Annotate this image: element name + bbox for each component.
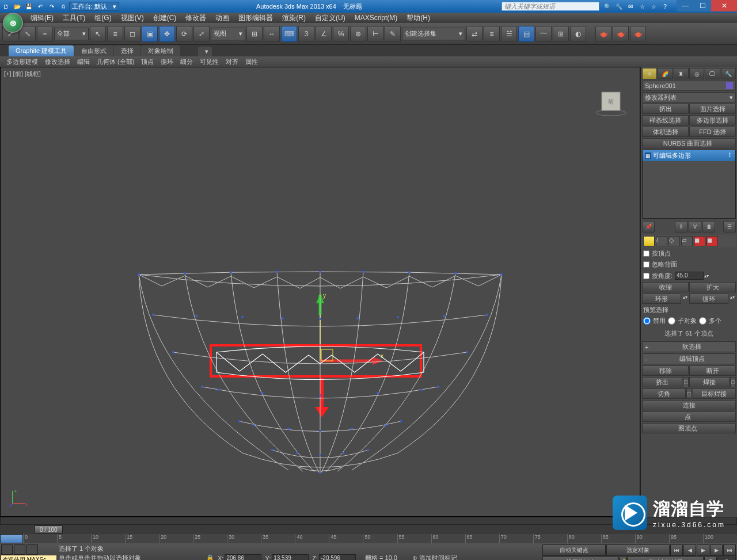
menu-create[interactable]: 创建(C)	[149, 13, 181, 23]
workspace-dropdown[interactable]: 工作台: 默认 ▾	[69, 2, 119, 11]
time-config-icon[interactable]: 🕑	[704, 557, 717, 560]
coord-x-input[interactable]	[225, 554, 261, 561]
btn-loop[interactable]: 循环	[689, 294, 728, 304]
coord-z-input[interactable]	[319, 554, 356, 561]
undo-icon[interactable]: ↶	[35, 1, 45, 12]
add-time-tag[interactable]: ⊕ 添加时间标记	[412, 554, 457, 560]
render-frame-icon[interactable]: 🫖	[613, 26, 629, 42]
menu-rendering[interactable]: 渲染(R)	[278, 13, 310, 23]
utilities-tab-icon[interactable]: 🔧	[721, 68, 736, 79]
exchange-icon[interactable]: ✉	[625, 1, 636, 12]
btn-ring[interactable]: 环形	[642, 294, 681, 304]
ribbon-tab-freeform[interactable]: 自由形式	[74, 45, 113, 56]
time-slider-thumb[interactable]: 0 / 100	[35, 525, 63, 534]
schematic-view-icon[interactable]: ⊞	[553, 26, 569, 42]
by-angle-checkbox[interactable]	[643, 273, 649, 279]
edit-named-sel-icon[interactable]: ✎	[385, 26, 401, 42]
preview-off-radio[interactable]	[643, 317, 651, 325]
coord-y-input[interactable]	[272, 554, 309, 561]
menu-customize[interactable]: 自定义(U)	[310, 13, 350, 23]
modifier-stack[interactable]: ▦ 可编辑多边形 ⠇	[642, 150, 736, 219]
auto-key-button[interactable]: 自动关键点	[542, 544, 606, 556]
ribbon-tab-objectpaint[interactable]: 对象绘制	[141, 45, 180, 56]
ribbon-tab-modeling[interactable]: Graphite 建模工具	[9, 45, 74, 56]
btn-extra1[interactable]: 点	[642, 412, 736, 422]
chamfer-settings-icon[interactable]: □	[686, 388, 692, 399]
subobj-element2-icon[interactable]: ◼	[706, 236, 718, 246]
window-crossing-icon[interactable]: ▣	[142, 26, 158, 42]
bind-spacewarp-icon[interactable]: ≈	[37, 26, 53, 42]
ribbon-subdiv[interactable]: 细分	[177, 58, 196, 66]
ribbon-edit[interactable]: 编辑	[74, 58, 93, 66]
modify-tab-icon[interactable]: 🌈	[658, 68, 673, 79]
subobj-edge-icon[interactable]: /	[656, 236, 667, 246]
time-ruler-start[interactable]	[0, 534, 23, 543]
subobj-poly-icon[interactable]: ▱	[681, 236, 693, 246]
weld-settings-icon[interactable]: □	[730, 377, 736, 387]
pin-stack-icon[interactable]: 📌	[642, 221, 655, 233]
viewport-front[interactable]: [+] [前] [线框] 前 z x	[0, 67, 640, 517]
select-by-name-icon[interactable]: ≡	[107, 26, 123, 42]
ribbon-visibility[interactable]: 可见性	[196, 58, 222, 66]
unlink-icon[interactable]: ⤡	[20, 26, 36, 42]
by-vertex-checkbox[interactable]	[643, 250, 649, 257]
snap-3-icon[interactable]: 3	[298, 26, 314, 42]
btn-nurbs-sel[interactable]: NURBS 曲面选择	[642, 138, 736, 148]
time-ruler[interactable]: 0 5 10 15 20 25 30 35 40 45 50 55 60 65 …	[0, 534, 737, 543]
key-filters-button[interactable]: 关键点过滤器	[627, 557, 704, 560]
btn-extrude[interactable]: 挤出	[642, 104, 689, 114]
btn-grow[interactable]: 扩大	[689, 282, 736, 292]
make-unique-icon[interactable]: ∀	[689, 221, 701, 233]
menu-help[interactable]: 帮助(H)	[402, 13, 435, 23]
remove-mod-icon[interactable]: 🗑	[702, 221, 715, 233]
new-icon[interactable]: 🗋	[1, 1, 11, 12]
ribbon-properties[interactable]: 属性	[242, 58, 261, 66]
ribbon-geometry[interactable]: 几何体 (全部)	[93, 58, 138, 66]
material-editor-icon[interactable]: ◐	[570, 26, 586, 42]
angle-snap-icon[interactable]: ∠	[316, 26, 332, 42]
menu-edit[interactable]: 编辑(E)	[26, 13, 58, 23]
render-icon[interactable]: 🫖	[630, 26, 646, 42]
select-move-icon[interactable]: ✥	[159, 26, 175, 42]
goto-start-icon[interactable]: ⏮	[670, 544, 683, 556]
search-icon[interactable]: 🔍	[602, 1, 613, 12]
spinner-snap-icon[interactable]: ⊕	[350, 26, 366, 42]
stack-item-editable-poly[interactable]: ▦ 可编辑多边形 ⠇	[643, 150, 735, 161]
ignore-back-checkbox[interactable]	[643, 261, 649, 268]
minimize-button[interactable]: —	[677, 0, 694, 12]
render-setup-icon[interactable]: 🫖	[595, 26, 611, 42]
ribbon-modify-sel[interactable]: 修改选择	[41, 58, 74, 66]
subobj-vertex-icon[interactable]: ∴	[643, 236, 655, 246]
show-end-result-icon[interactable]: Ⅱ	[675, 221, 687, 233]
viewport-h-scrollbar[interactable]	[0, 517, 737, 525]
select-scale-icon[interactable]: ⤢	[193, 26, 210, 42]
btn-chamfer[interactable]: 切角	[642, 388, 686, 399]
menu-grapheditors[interactable]: 图形编辑器	[234, 13, 278, 23]
menu-modifiers[interactable]: 修改器	[181, 13, 211, 23]
btn-break[interactable]: 断开	[689, 365, 736, 376]
btn-shrink[interactable]: 收缩	[642, 282, 689, 292]
soft-selection-header[interactable]: +软选择	[642, 341, 736, 352]
maxscript-listener[interactable]: 欢迎使用 MAXSc	[1, 555, 56, 560]
btn-extra2[interactable]: 图顶点	[642, 423, 736, 433]
btn-poly-sel[interactable]: 多边形选择	[689, 115, 736, 125]
help-icon[interactable]: ?	[660, 1, 670, 12]
prev-frame-icon[interactable]: ◀	[683, 544, 696, 556]
goto-end-icon[interactable]: ⏭	[723, 544, 736, 556]
mirror-icon[interactable]: ⇄	[466, 26, 483, 42]
pivot-icon[interactable]: ⊞	[246, 26, 263, 42]
named-selection[interactable]: 创建选择集▾	[402, 28, 465, 40]
script-btn3[interactable]	[26, 544, 38, 555]
menu-tools[interactable]: 工具(T)	[58, 13, 90, 23]
axis-constraint-icon[interactable]: ⊢	[367, 26, 383, 42]
extrude-settings-icon[interactable]: □	[683, 377, 689, 387]
btn-weld[interactable]: 焊接	[689, 377, 730, 387]
menu-views[interactable]: 视图(V)	[116, 13, 149, 23]
redo-icon[interactable]: ↷	[47, 1, 57, 12]
btn-remove[interactable]: 移除	[642, 365, 689, 376]
ribbon-expander-icon[interactable]: ▾	[198, 47, 212, 56]
curve-editor-icon[interactable]: 〰	[535, 26, 552, 42]
motion-tab-icon[interactable]: ◎	[689, 68, 704, 79]
manipulate-icon[interactable]: ↔	[264, 26, 280, 42]
transform-gizmo[interactable]: y x	[316, 292, 383, 365]
